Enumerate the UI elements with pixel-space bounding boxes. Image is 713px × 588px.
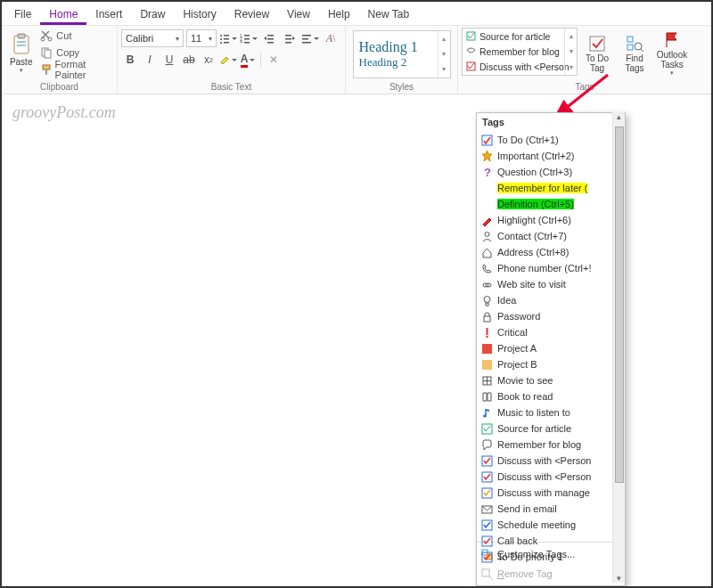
styles-gallery[interactable]: Heading 1 Heading 2 ▴▾▾	[353, 30, 451, 78]
svg-rect-34	[627, 37, 633, 42]
menu-tab-help[interactable]: Help	[319, 4, 359, 25]
tag-item[interactable]: Call back	[477, 533, 612, 549]
tag-item-label: Source for article	[497, 423, 571, 434]
outlook-tasks-button[interactable]: Outlook Tasks ▾	[654, 28, 690, 79]
align-button[interactable]	[301, 29, 319, 47]
svg-rect-24	[267, 42, 274, 44]
menu-tab-file[interactable]: File	[5, 4, 40, 25]
svg-rect-19	[244, 38, 250, 40]
menu-tab-draw[interactable]: Draw	[131, 4, 174, 25]
underline-button[interactable]: U	[160, 51, 178, 69]
tag-item-label: Music to listen to	[497, 407, 570, 418]
bullets-button[interactable]	[219, 29, 237, 47]
tag-item[interactable]: To Do priority 1	[477, 549, 612, 565]
tag-item[interactable]: Discuss with manage	[477, 485, 612, 501]
checkbox-icon	[588, 35, 606, 53]
tag-item-label: Contact (Ctrl+7)	[497, 231, 567, 241]
tag-item[interactable]: Book to read	[477, 388, 612, 404]
style-heading2[interactable]: Heading 2	[359, 55, 445, 69]
tag-item[interactable]: Project A	[477, 340, 612, 356]
tag-item[interactable]: Discuss with <Person	[477, 469, 612, 485]
svg-rect-3	[17, 45, 26, 46]
svg-rect-64	[482, 569, 489, 576]
tag-item[interactable]: Movie to see	[477, 372, 612, 388]
outdent-button[interactable]	[260, 29, 278, 47]
italic-button[interactable]: I	[141, 51, 159, 69]
tag-item-label: Web site to visit	[497, 279, 566, 290]
indent-button[interactable]	[281, 29, 299, 47]
numbering-button[interactable]: 123	[240, 29, 258, 47]
tag-item[interactable]: Music to listen to	[477, 404, 612, 421]
clear-format-button[interactable]: A⧹	[322, 29, 340, 47]
tag-item[interactable]: Important (Ctrl+2)	[477, 148, 612, 164]
menu-tab-history[interactable]: History	[174, 4, 225, 25]
svg-rect-26	[285, 38, 291, 40]
cut-button[interactable]: Cut	[38, 28, 113, 44]
exclamation-icon	[481, 327, 493, 339]
tag-item-label: Address (Ctrl+8)	[497, 247, 569, 257]
contact-icon	[481, 231, 493, 242]
tags-panel-scrollbar[interactable]: ▴▾	[612, 112, 625, 583]
tag-item[interactable]: Phone number (Ctrl+!	[477, 260, 612, 276]
menu-tab-view[interactable]: View	[278, 4, 319, 25]
svg-rect-23	[267, 38, 274, 40]
tag-item[interactable]: Remember for blog	[477, 437, 612, 453]
tag-item[interactable]: ?Question (Ctrl+3)	[477, 164, 612, 180]
svg-rect-45	[484, 316, 490, 322]
subscript-button[interactable]: x2	[200, 51, 217, 69]
group-styles: Heading 1 Heading 2 ▴▾▾ Styles	[346, 26, 458, 94]
svg-rect-11	[224, 35, 229, 37]
font-select[interactable]: Calibri▾	[121, 29, 184, 47]
font-size-select[interactable]: 11▾	[186, 29, 217, 47]
tag-item[interactable]: Send in email	[477, 501, 612, 517]
square-icon	[481, 359, 493, 371]
pencil-icon	[481, 215, 493, 226]
tag-item[interactable]: Idea	[477, 292, 612, 308]
tag-item[interactable]: Project B	[477, 356, 612, 372]
menu-tab-new-tab[interactable]: New Tab	[359, 4, 418, 25]
tag-item-label: Remember for blog	[497, 439, 581, 450]
svg-point-53	[483, 414, 487, 417]
speech-bubble-icon	[481, 439, 493, 451]
star-icon	[481, 151, 493, 162]
clear-button[interactable]: ✕	[265, 51, 283, 69]
menu-tab-home[interactable]: Home	[40, 4, 86, 25]
highlighter-icon	[219, 54, 230, 65]
svg-rect-7	[45, 50, 51, 58]
tag-item[interactable]: Discuss with <Person	[477, 453, 612, 469]
tag-item-label: Discuss with <Person	[497, 455, 591, 466]
svg-rect-17	[244, 35, 250, 37]
tags-gallery-scroll[interactable]: ▴▾▾	[564, 29, 577, 75]
tag-item-label: Book to read	[497, 391, 553, 402]
font-color-button[interactable]: A	[239, 51, 257, 69]
tag-item[interactable]: Schedule meeting	[477, 517, 612, 533]
svg-rect-44	[486, 303, 488, 306]
tag-item[interactable]: To Do (Ctrl+1)	[477, 132, 612, 148]
bulb-icon	[481, 295, 493, 306]
tag-item[interactable]: Password	[477, 308, 612, 324]
tags-gallery[interactable]: Source for article Remember for blog Dis…	[462, 28, 578, 76]
tag-item[interactable]: Critical	[477, 324, 612, 340]
checkbox-icon	[481, 551, 493, 563]
strike-button[interactable]: ab	[180, 51, 198, 69]
find-tags-button[interactable]: Find Tags	[617, 28, 652, 79]
todo-tag-button[interactable]: To Do Tag	[579, 28, 615, 79]
tag-item[interactable]: Remember for later (	[477, 180, 612, 196]
tag-item[interactable]: Definition (Ctrl+5)	[477, 196, 612, 212]
highlight-button[interactable]	[219, 51, 237, 69]
tag-item[interactable]: Web site to visit	[477, 276, 612, 292]
format-painter-button[interactable]: Format Painter	[38, 61, 113, 78]
styles-scroll[interactable]: ▴▾▾	[438, 31, 450, 78]
menu-tab-insert[interactable]: Insert	[86, 4, 131, 25]
lock-icon	[481, 311, 493, 323]
tag-item[interactable]: Contact (Ctrl+7)	[477, 228, 612, 244]
bold-button[interactable]: B	[121, 51, 139, 69]
style-heading1[interactable]: Heading 1	[359, 39, 445, 55]
tag-item[interactable]: Address (Ctrl+8)	[477, 244, 612, 260]
tag-item[interactable]: Source for article	[477, 421, 612, 437]
svg-rect-48	[482, 344, 492, 354]
group-label-clipboard: Clipboard	[5, 80, 113, 94]
menu-tab-review[interactable]: Review	[225, 4, 278, 25]
tag-item[interactable]: Highlight (Ctrl+6)	[477, 212, 612, 228]
paste-button[interactable]: Paste ▾	[5, 28, 37, 79]
